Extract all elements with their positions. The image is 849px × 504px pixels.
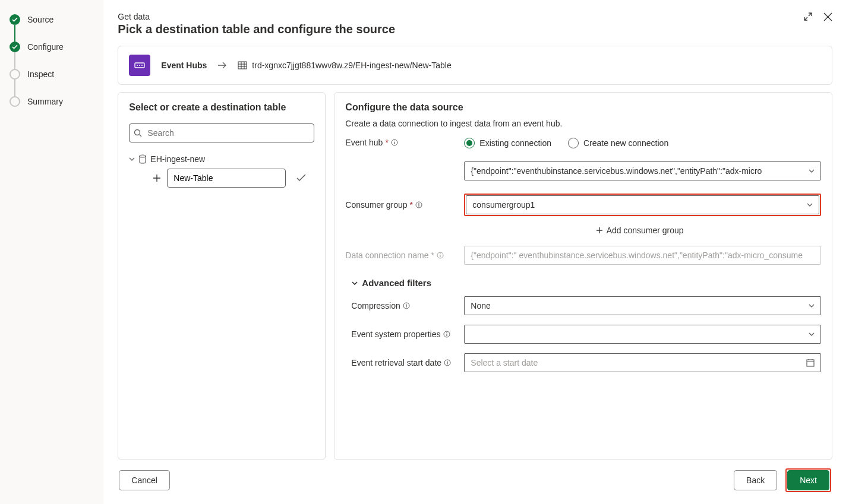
expand-icon[interactable] [803,12,813,21]
event-hub-select[interactable]: {"endpoint":" eventhubinstance.servicebu… [464,161,821,180]
plus-icon[interactable] [153,174,161,182]
chevron-down-icon [351,280,358,287]
breadcrumb-destination: trd-xgnxc7jjgt881wwv8w.z9/EH-ingest-new/… [252,61,451,70]
destination-table-panel: Select or create a destination table E [118,92,326,460]
svg-rect-4 [238,62,247,69]
info-icon[interactable] [444,359,451,366]
plus-icon [596,227,603,234]
breadcrumb-source: Event Hubs [161,61,207,70]
data-connection-name-label: Data connection name * [345,251,458,260]
svg-rect-9 [394,142,394,144]
svg-point-20 [446,332,447,334]
page-subtitle: Get data [118,12,395,21]
svg-point-2 [139,65,140,66]
compression-select[interactable]: None [464,296,821,315]
svg-point-6 [140,155,146,157]
svg-point-23 [447,361,448,362]
circle-icon [10,69,20,80]
cancel-button[interactable]: Cancel [119,470,170,490]
check-icon[interactable] [296,174,306,182]
database-name: EH-ingest-new [150,154,205,164]
page-title: Pick a destination table and configure t… [118,23,395,36]
step-connector [14,80,15,97]
svg-rect-12 [418,204,419,207]
svg-rect-18 [406,305,406,308]
advanced-filters-toggle[interactable]: Advanced filters [351,278,821,288]
panel-subtitle: Create a data connection to ingest data … [345,119,821,128]
svg-point-5 [135,130,140,135]
svg-point-11 [418,203,419,204]
svg-point-17 [406,304,407,305]
info-icon[interactable] [443,331,450,338]
svg-rect-15 [440,255,440,257]
check-icon [10,42,20,52]
search-icon [134,129,142,137]
step-summary[interactable]: Summary [10,96,103,107]
step-configure[interactable]: Configure [10,42,103,52]
next-button[interactable]: Next [787,470,829,490]
event-system-properties-label: Event system properties [345,329,458,339]
table-icon [238,61,247,70]
step-label: Configure [27,42,64,52]
arrow-right-icon [217,61,227,69]
event-hubs-icon [129,55,150,76]
radio-existing-connection[interactable]: Existing connection [464,138,551,148]
step-label: Summary [27,97,63,106]
panel-heading: Configure the data source [345,102,821,113]
database-row[interactable]: EH-ingest-new [129,151,314,167]
data-connection-name-input[interactable]: {"endpoint":" eventhubinstance.servicebu… [464,246,821,265]
back-button[interactable]: Back [734,470,777,490]
svg-rect-21 [446,334,447,336]
search-box [129,123,314,142]
database-icon [138,154,147,164]
step-inspect[interactable]: Inspect [10,69,103,80]
info-icon[interactable] [403,302,410,309]
search-input[interactable] [129,123,314,142]
new-table-input[interactable] [167,169,286,188]
step-source[interactable]: Source [10,14,103,25]
main-content: Get data Pick a destination table and co… [103,0,849,504]
info-icon[interactable] [437,252,444,259]
panel-heading: Select or create a destination table [129,102,314,113]
svg-point-3 [141,65,143,66]
svg-point-1 [137,65,138,66]
info-icon[interactable] [391,139,398,146]
check-icon [10,14,20,25]
info-icon[interactable] [415,201,422,208]
consumer-group-select[interactable]: consumergroup1 [466,195,819,214]
consumer-group-label: Consumer group * [345,200,458,210]
step-label: Source [27,15,53,24]
svg-rect-25 [807,360,814,366]
circle-icon [10,96,20,107]
step-label: Inspect [27,69,54,79]
svg-point-8 [394,141,395,142]
step-sidebar: Source Configure Inspect Summary [0,0,103,504]
calendar-icon [806,359,815,367]
configure-source-panel: Configure the data source Create a data … [334,92,832,460]
start-date-input[interactable]: Select a start date [464,353,821,372]
chevron-down-icon [807,202,813,208]
svg-point-14 [440,253,441,255]
event-hub-label: Event hub * [345,138,458,147]
chevron-down-icon [809,331,815,337]
close-icon[interactable] [823,12,832,21]
chevron-down-icon [809,168,815,174]
breadcrumb: Event Hubs trd-xgnxc7jjgt881wwv8w.z9/EH-… [118,46,832,85]
chevron-down-icon [129,156,135,162]
add-consumer-group-button[interactable]: Add consumer group [596,226,684,235]
chevron-down-icon [809,303,815,309]
svg-rect-24 [447,362,447,364]
step-connector [14,52,15,70]
compression-label: Compression [345,301,458,310]
radio-create-new-connection[interactable]: Create new connection [568,138,668,148]
step-connector [14,25,15,43]
event-retrieval-start-date-label: Event retrieval start date [345,358,458,367]
footer: Cancel Back Next [118,460,832,495]
event-system-properties-select[interactable] [464,325,821,344]
